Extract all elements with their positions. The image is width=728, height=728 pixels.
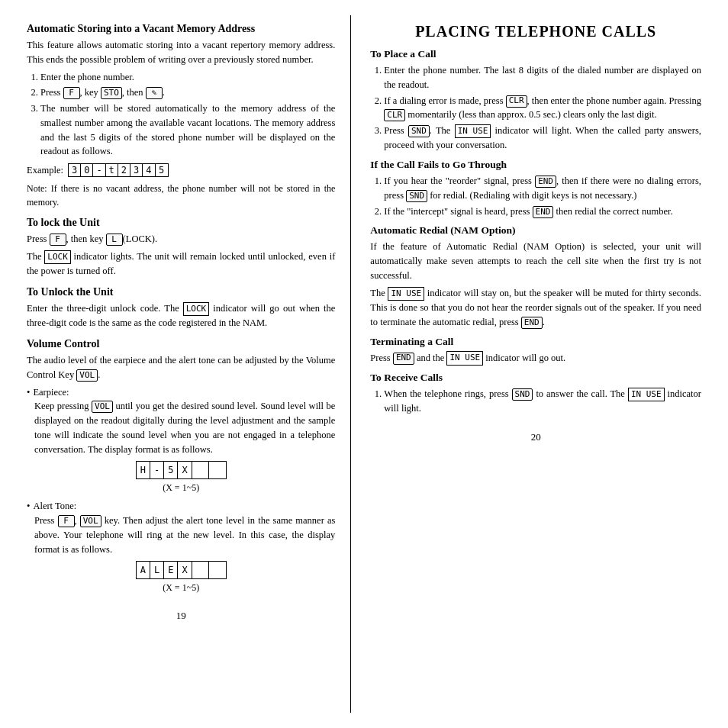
end-key2: END [533,206,554,218]
digit: 3 [130,164,143,176]
section2-body1: Press F, then key L(LOCK). [27,232,335,246]
display-cell: E [164,562,178,578]
clr-key2: CLR [384,109,405,121]
inuse-indicator: IN USE [455,124,491,139]
snd-key2: SND [406,190,427,202]
terminate-call-title: Terminating a Call [370,336,701,348]
display-cell [192,562,209,578]
place-call-steps: Enter the phone number. The last 8 digit… [384,63,701,153]
section2-title: To lock the Unit [27,217,335,229]
inuse-indicator4: IN USE [628,388,665,402]
step-item: When the telephone rings, press SND to a… [384,387,701,416]
end-key: END [535,176,556,188]
earpiece-label: Earpiece: [33,385,69,400]
call-fails-title: If the Call Fails to Go Through [370,159,701,171]
bullet-dot: • [27,385,30,400]
inuse-indicator3: IN USE [446,351,483,366]
section1-body: This feature allows automatic storing in… [27,38,335,67]
f-key3: F [58,515,75,527]
example-label: Example: [27,165,63,176]
display-cell: X [178,462,192,478]
auto-redial-body2: The IN USE indicator will stay on, but t… [370,286,701,330]
earpiece-item: • Earpiece: Keep pressing VOL until you … [27,385,335,495]
example-box: Example: 3 0 - t 2 3 4 5 [27,163,335,177]
display-cell: A [137,562,150,578]
edit-key: ✎ [146,87,163,99]
section3-body: Enter the three-digit unlock code. The L… [27,301,335,330]
lock-indicator: LOCK [44,250,71,265]
digit: 4 [143,164,155,176]
display2-x-label: (X = 1~5) [27,581,335,594]
alert-body: Press F, VOL key. Then adjust the alert … [34,514,335,556]
section4-title: Volume Control [27,338,335,350]
left-column: Automatic Storing into a Vacant Memory A… [8,15,351,713]
step-item: Enter the phone number. [40,70,335,85]
section1-note: Note: If there is no vacant address, the… [27,182,335,209]
bullet-dot2: • [27,499,30,514]
alert-label: Alert Tone: [33,499,76,514]
end-key3: END [521,317,543,329]
volume-list: • Earpiece: Keep pressing VOL until you … [27,385,335,595]
digit: - [93,164,105,176]
step-item: Press SND. The IN USE indicator will lig… [384,124,701,153]
display-cell: 5 [164,462,178,478]
display-cell: X [178,562,192,578]
sto-key: STO [101,87,122,99]
right-column: PLACING TELEPHONE CALLS To Place a Call … [351,15,720,713]
page-container: Automatic Storing into a Vacant Memory A… [0,0,728,728]
display2-row: A L E X [27,561,335,579]
inuse-indicator2: IN USE [388,287,424,301]
place-call-title: To Place a Call [370,48,701,60]
auto-redial-body1: If the feature of Automatic Redial (NAM … [370,240,701,282]
display-cell [209,562,226,578]
section4-body: The audio level of the earpiece and the … [27,353,335,382]
earpiece-body: Keep pressing VOL until you get the desi… [34,399,335,456]
vol-key3: VOL [80,515,101,527]
display-cell: L [150,562,164,578]
ale-display: A L E X [136,561,227,579]
alert-item: • Alert Tone: Press F, VOL key. Then adj… [27,499,335,594]
receive-calls-steps: When the telephone rings, press SND to a… [384,387,701,416]
receive-calls-title: To Receive Calls [370,372,701,384]
step-item: If the "intercept" signal is heard, pres… [384,205,701,219]
digit: 3 [69,164,81,176]
display-cell [192,462,209,478]
step-item: Enter the phone number. The last 8 digit… [384,63,701,92]
step-item: If you hear the "reorder" signal, press … [384,174,701,203]
lock-indicator2: LOCK [183,302,210,317]
step-item: If a dialing error is made, press CLR, t… [384,94,701,123]
step-item: The number will be stored automatically … [40,101,335,159]
auto-redial-title: Automatic Redial (NAM Option) [370,224,701,237]
earpiece-bullet: • Earpiece: [27,385,335,400]
l-key: L [106,234,123,246]
vol-key2: VOL [92,401,113,413]
display-cell [209,462,226,478]
digit: 2 [118,164,130,176]
main-title: PLACING TELEPHONE CALLS [370,23,701,40]
end-key4: END [393,353,414,365]
h-display: H - 5 X [136,461,227,479]
digit: t [106,164,118,176]
digit: 0 [81,164,93,176]
display1-x-label: (X = 1~5) [27,481,335,494]
snd-key3: SND [512,388,533,401]
digit: 5 [156,164,168,176]
f-key2: F [50,234,66,246]
right-page-number: 20 [370,431,701,443]
snd-key: SND [408,125,430,137]
f-key: F [63,87,80,99]
section3-title: To Unlock the Unit [27,286,335,298]
clr-key: CLR [506,95,527,108]
display1-row: H - 5 X [27,461,335,479]
example-display: 3 0 - t 2 3 4 5 [68,163,169,177]
call-fails-steps: If you hear the "reorder" signal, press … [384,174,701,218]
alert-bullet: • Alert Tone: [27,499,335,514]
vol-key: VOL [76,369,98,382]
section1-title: Automatic Storing into a Vacant Memory A… [27,23,335,35]
section1-steps: Enter the phone number. Press F, key STO… [40,70,335,159]
step-item: Press F, key STO, then ✎. [40,85,335,100]
display-cell: - [150,462,164,478]
terminate-call-body: Press END and the IN USE indicator will … [370,351,701,366]
display-cell: H [137,462,150,478]
section2-body2: The LOCK indicator lights. The unit will… [27,250,335,279]
